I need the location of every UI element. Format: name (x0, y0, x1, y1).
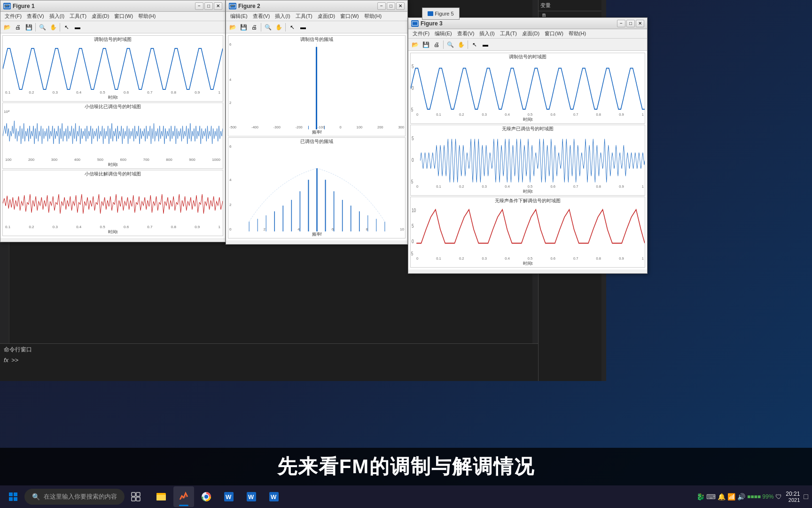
fig1-menu-help[interactable]: 帮助(H) (136, 12, 158, 20)
fig2-menu-help[interactable]: 帮助(H) (362, 12, 384, 20)
fig2-plot1-xlabel: 频率f (228, 129, 405, 135)
fig3-menu-window[interactable]: 窗口(W) (542, 30, 566, 38)
fig3-plot1-svg: 5 0 -5 (411, 61, 645, 117)
fig2-menu-view[interactable]: 查看(V) (250, 12, 273, 20)
taskbar[interactable]: 🔍 在这里输入你要搜索的内容 (0, 485, 812, 508)
taskbar-app-word2[interactable]: W (241, 486, 262, 507)
fig3-menu-edit[interactable]: 编辑(E) (432, 30, 454, 38)
fig1-plot1: 调制信号的时域图 时间t 0.10.20.30.40.50.60.70.80.9… (2, 35, 223, 102)
fig1-menu-window[interactable]: 窗口(W) (112, 12, 135, 20)
figure2-minimize[interactable]: − (377, 2, 386, 10)
fig1-plot2: 小信噪比已调信号的时域图 10⁴ 时间t 1002003004005006007… (2, 103, 223, 169)
subtitle-bar: 先来看FM的调制与解调情况 (0, 448, 812, 485)
fig1-tb-open[interactable]: 📂 (2, 22, 12, 32)
figure2-title: Figure 2 (238, 3, 377, 9)
fig2-menu-insert[interactable]: 插入(I) (273, 12, 292, 20)
fig2-menu-tools[interactable]: 工具(T) (293, 12, 315, 20)
fig3-menu-tools[interactable]: 工具(T) (498, 30, 519, 38)
taskbar-app-chrome[interactable] (196, 486, 217, 507)
fig3-tb-7[interactable]: ▬ (480, 40, 491, 50)
svg-text:0: 0 (412, 238, 414, 244)
fig3-tb-6[interactable]: ↖ (469, 40, 480, 50)
figure2-titlebar: Figure 2 − □ ✕ (226, 0, 407, 12)
fig1-tb-brush[interactable]: ▬ (72, 22, 83, 32)
taskbar-search[interactable]: 🔍 在这里输入你要搜索的内容 (24, 489, 125, 505)
task-view-button[interactable] (126, 487, 145, 506)
fig2-tb-3[interactable]: 🖨 (249, 22, 259, 32)
tray-icon-network[interactable]: 📶 (727, 493, 735, 500)
figure1-maximize[interactable]: □ (204, 2, 213, 10)
taskbar-clock[interactable]: 20:21 2021 (786, 491, 800, 503)
fig2-plot2-title: 已调信号的频域 (228, 138, 405, 145)
fig1-plot1-xticks: 0.10.20.30.40.50.60.70.80.91 (5, 90, 220, 95)
notification-button[interactable]: □ (804, 492, 808, 501)
fig2-tb-1[interactable]: 📂 (227, 22, 238, 32)
tray-icon-3[interactable]: 🔔 (718, 493, 726, 500)
fig3-tb-5[interactable]: ✋ (456, 40, 466, 50)
figure1-close[interactable]: ✕ (214, 2, 222, 10)
taskbar-app-explorer[interactable] (151, 486, 172, 507)
fig3-tb-3[interactable]: 🖨 (431, 40, 442, 50)
fig1-menu-tools[interactable]: 工具(T) (67, 12, 89, 20)
fig2-menu-desktop[interactable]: 桌面(D) (315, 12, 337, 20)
fig1-plot1-title: 调制信号的时域图 (3, 36, 223, 43)
figure3-menubar: 文件(F) 编辑(E) 查看(V) 插入(I) 工具(T) 桌面(D) 窗口(W… (408, 29, 647, 39)
taskbar-app-matlab[interactable] (173, 486, 194, 507)
svg-rect-47 (14, 492, 17, 496)
taskbar-right: 🐉 ⌨ 🔔 📶 🔊 ■■■■ 99% 🛡 20:21 2021 □ (696, 491, 808, 503)
figure3-maximize[interactable]: □ (626, 20, 635, 27)
fig1-plot2-xticks: 1002003004005006007008009001000 (5, 158, 220, 162)
svg-rect-52 (132, 497, 135, 501)
fig1-tb-save[interactable]: 💾 (23, 22, 34, 32)
fig2-tb-4[interactable]: 🔍 (263, 22, 273, 32)
fig1-menu-desktop[interactable]: 桌面(D) (89, 12, 111, 20)
fig3-menu-insert[interactable]: 插入(I) (477, 30, 497, 38)
fig3-plot3-xticks: 00.10.20.30.40.50.60.70.80.91 (416, 256, 644, 261)
fig3-tb-2[interactable]: 💾 (421, 40, 431, 50)
fig2-tb-7[interactable]: ▬ (298, 22, 308, 32)
fig1-menu-insert[interactable]: 插入(I) (47, 12, 67, 20)
tray-icon-battery: ■■■■ 99% (747, 493, 773, 500)
figure3-window: Figure 3 − □ ✕ 文件(F) 编辑(E) 查看(V) 插入(I) 工… (408, 17, 648, 274)
svg-rect-46 (9, 492, 13, 496)
fig3-menu-file[interactable]: 文件(F) (410, 30, 432, 38)
figure2-toolbar: 📂 💾 🖨 🔍 ✋ ↖ ▬ (226, 21, 407, 33)
taskbar-app-word[interactable]: W (219, 486, 239, 507)
figure2-maximize[interactable]: □ (387, 2, 395, 10)
tray-icon-2[interactable]: ⌨ (706, 493, 716, 500)
figure3-close[interactable]: ✕ (636, 20, 644, 27)
figure2-win-controls: − □ ✕ (377, 2, 405, 10)
start-button[interactable] (4, 487, 23, 506)
svg-rect-33 (411, 61, 645, 117)
fig1-menu-file[interactable]: 文件(F) (2, 12, 24, 20)
fig3-menu-help[interactable]: 帮助(H) (566, 30, 588, 38)
fig1-tb-print[interactable]: 🖨 (13, 22, 23, 32)
fig2-menu-edit[interactable]: 编辑(E) (228, 12, 250, 20)
fig2-tb-2[interactable]: 💾 (238, 22, 249, 32)
taskbar-app-word3[interactable]: W (264, 486, 284, 507)
svg-point-58 (204, 495, 208, 499)
tray-icon-security[interactable]: 🛡 (775, 493, 782, 500)
figure5-tab-label: Figure 5 (435, 11, 453, 16)
tray-icon-audio[interactable]: 🔊 (737, 493, 745, 500)
fig2-tb-6[interactable]: ↖ (287, 22, 297, 32)
svg-text:0: 0 (412, 157, 414, 163)
fig1-menu-edit[interactable]: 查看(V) (24, 12, 47, 20)
figure5-tab[interactable]: Figure 5 (422, 8, 460, 20)
fig3-plot2-svg: 5 0 -5 (411, 133, 645, 189)
fig3-menu-view[interactable]: 查看(V) (455, 30, 477, 38)
svg-text:5: 5 (412, 64, 414, 69)
fig3-menu-desktop[interactable]: 桌面(D) (520, 30, 542, 38)
fig2-menu-window[interactable]: 窗口(W) (338, 12, 361, 20)
fig1-tb-zoom[interactable]: 🔍 (37, 22, 47, 32)
fig1-tb-cursor[interactable]: ↖ (62, 22, 72, 32)
fig2-tb-5[interactable]: ✋ (273, 22, 284, 32)
fig1-tb-pan[interactable]: ✋ (48, 22, 58, 32)
figure3-minimize[interactable]: − (617, 20, 625, 27)
tray-icon-1[interactable]: 🐉 (696, 493, 704, 500)
fig3-tb-1[interactable]: 📂 (410, 40, 420, 50)
svg-rect-50 (132, 492, 135, 496)
figure2-close[interactable]: ✕ (396, 2, 405, 10)
figure1-minimize[interactable]: − (195, 2, 203, 10)
fig3-tb-4[interactable]: 🔍 (445, 40, 455, 50)
